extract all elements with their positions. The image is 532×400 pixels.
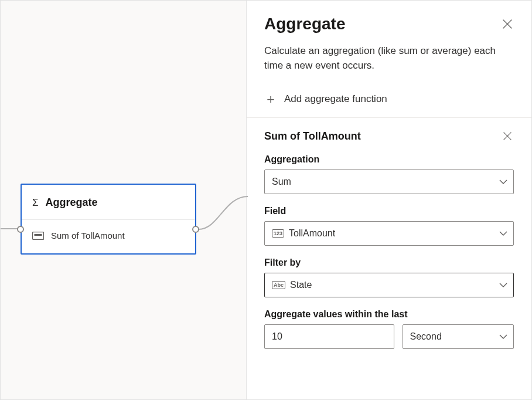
node-title: Aggregate (46, 196, 98, 209)
sigma-icon: Σ (32, 197, 39, 209)
aggregation-label: Aggregation (264, 154, 514, 165)
within-unit-value: Second (410, 331, 499, 342)
within-value: 10 (272, 331, 282, 342)
node-port-output[interactable] (192, 226, 199, 233)
aggregation-select[interactable]: Sum (264, 170, 514, 194)
chevron-down-icon (499, 280, 507, 290)
chevron-down-icon (499, 177, 507, 187)
card-icon (32, 232, 44, 240)
within-unit-select[interactable]: Second (403, 324, 514, 349)
close-panel-button[interactable] (501, 18, 514, 30)
within-label: Aggregate values within the last (264, 309, 514, 320)
connector-line-right (195, 194, 248, 235)
canvas-area[interactable]: Σ Aggregate Sum of TollAmount (1, 1, 247, 399)
remove-section-button[interactable] (501, 130, 514, 143)
filter-by-value: State (290, 280, 499, 290)
properties-panel: Aggregate Calculate an aggregation (like… (247, 1, 531, 399)
panel-title: Aggregate (264, 15, 345, 33)
aggregate-node[interactable]: Σ Aggregate Sum of TollAmount (21, 184, 196, 255)
chevron-down-icon (499, 331, 507, 342)
aggregation-value: Sum (272, 177, 499, 187)
within-value-input[interactable]: 10 (264, 324, 394, 349)
node-header[interactable]: Σ Aggregate (22, 185, 195, 220)
add-function-label: Add aggregate function (284, 93, 387, 105)
panel-description: Calculate an aggregation (like sum or av… (264, 44, 510, 73)
close-icon (503, 132, 511, 140)
node-item-label: Sum of TollAmount (51, 230, 125, 240)
chevron-down-icon (499, 228, 507, 239)
node-port-input[interactable] (17, 226, 24, 233)
field-label: Field (264, 206, 514, 216)
add-aggregate-function-button[interactable]: ＋ Add aggregate function (247, 79, 531, 117)
field-select[interactable]: 123 TollAmount (264, 221, 514, 246)
numeric-type-icon: 123 (272, 229, 284, 238)
section-title: Sum of TollAmount (264, 130, 361, 143)
filter-by-select[interactable]: Abc State (264, 273, 514, 297)
close-icon (503, 19, 512, 29)
filter-by-label: Filter by (264, 257, 514, 268)
field-value: TollAmount (289, 228, 499, 239)
svg-rect-1 (35, 234, 42, 236)
node-body[interactable]: Sum of TollAmount (22, 220, 195, 253)
plus-icon: ＋ (264, 93, 277, 106)
text-type-icon: Abc (272, 281, 285, 289)
